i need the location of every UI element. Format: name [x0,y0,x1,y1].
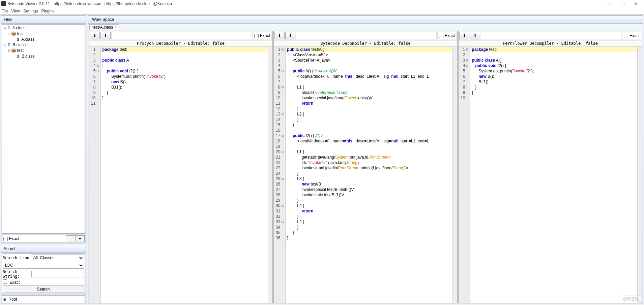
minimize-button[interactable]: — [602,1,616,6]
upload-icon[interactable]: ⬆︎ [100,32,111,39]
search-from-label: Search from [3,256,29,260]
upload-icon[interactable]: ⬆︎ [470,32,480,39]
tree-node[interactable]: ⊟🗎 B.class [3,42,84,48]
scrollbar[interactable] [268,47,272,303]
search-string-input[interactable] [31,271,84,277]
search-results[interactable]: Root [2,295,85,303]
search-string-label: Search String: [3,269,30,279]
search-exact-input[interactable] [3,279,7,284]
workspace-panel: Work Space test/A.class ✕ ⬇︎ ⬆︎ Exact Pr… [88,15,643,304]
viewer-exact-checkbox[interactable]: Exact [622,32,641,39]
download-icon[interactable]: ⬇︎ [90,32,100,39]
tab-label: test/A.class [92,25,113,30]
window-title: Bytecode Viewer 2.9.11 - https://bytecod… [7,1,172,6]
toolbar-spacer [296,32,437,39]
files-panel-title: Files [1,16,86,24]
toolbar-spacer [111,32,252,39]
tree-node[interactable]: ⊟📦 test [3,31,84,37]
workspace-title: Work Space [88,16,643,24]
search-button[interactable]: Search [3,285,84,293]
tab-close-icon[interactable]: ✕ [115,25,118,29]
code-area[interactable]: public class test/A { <ClassVersion=52> … [286,47,452,303]
search-from-select[interactable]: All_Classes [31,255,84,261]
root-icon [3,298,6,301]
viewer-exact-checkbox[interactable]: Exact [437,32,457,39]
viewer-header: FernFlower Decompiler - Editable: false [459,40,642,47]
tree-node[interactable]: ⊟📦 test [3,48,84,54]
search-type-select[interactable]: LDC [3,262,84,269]
tree-node[interactable]: ⊟🗎 A.class [3,25,84,31]
menu-view[interactable]: View [11,9,20,13]
app-icon [1,1,6,6]
viewer-header: Procyon Decompiler - Editable: false [89,40,272,47]
maximize-button[interactable]: ☐ [616,1,629,6]
search-exact-checkbox[interactable]: Exact [3,279,20,285]
tree-node[interactable]: 🗎 A.class [3,37,84,42]
menu-plugins[interactable]: Plugins [41,9,55,13]
tree-collapse-button[interactable]: – [66,235,75,242]
tree-node[interactable]: 🗎 B.class [3,54,84,59]
menu-settings[interactable]: Settings [23,9,38,13]
viewer-header: Bytecode Decompiler - Editable: false [274,40,457,47]
decompiler-viewer-0: ⬇︎ ⬆︎ Exact Procyon Decompiler - Editabl… [89,31,273,303]
download-icon[interactable]: ⬇︎ [274,32,285,39]
close-button[interactable]: ✕ [629,1,643,6]
upload-icon[interactable]: ⬆︎ [285,32,295,39]
line-gutter: 1⊟2 3 4 5⊟6 7 8⊟9 10 11 12 13⊟14 15 16 1… [274,47,286,303]
decompiler-viewer-1: ⬇︎ ⬆︎ Exact Bytecode Decompiler - Editab… [273,31,458,303]
scrollbar[interactable] [452,47,457,303]
download-icon[interactable]: ⬇︎ [459,32,469,39]
line-gutter: 1⊟2 3⊟4⊟5 6 7 8 9 10 [459,47,470,303]
watermark: 创新互联 [620,295,642,303]
viewer-exact-checkbox[interactable]: Exact [253,32,272,39]
code-area[interactable]: package test; public class A { public vo… [470,47,637,303]
root-label: Root [8,297,17,302]
decompiler-viewer-2: ⬇︎ ⬆︎ Exact FernFlower Decompiler - Edit… [458,31,642,303]
files-exact-checkbox[interactable]: Exact [2,236,66,242]
search-panel-title: Search [1,245,86,253]
search-panel: Search Search from All_Classes LDC Searc… [1,245,86,304]
code-area[interactable]: package test; public class A{ public voi… [101,47,268,303]
file-tree[interactable]: ⊟🗎 A.class ⊟📦 test 🗎 A.class⊟🗎 B.class ⊟… [2,24,85,234]
tab-active[interactable]: test/A.class ✕ [89,24,119,30]
menubar: FileViewSettingsPlugins [0,7,644,15]
files-exact-input[interactable] [3,237,8,241]
scrollbar[interactable] [637,47,642,303]
toolbar-spacer [481,32,621,39]
line-gutter: 1 2 3 4⊟5⊟6 7 8 9 10 11 [89,47,101,303]
window-titlebar: Bytecode Viewer 2.9.11 - https://bytecod… [0,0,644,7]
tree-expand-button[interactable]: + [75,235,85,242]
files-panel: Files ⊟🗎 A.class ⊟📦 test 🗎 A.class⊟🗎 B.c… [1,15,86,243]
tab-strip: test/A.class ✕ [88,24,643,30]
menu-file[interactable]: File [1,9,8,13]
